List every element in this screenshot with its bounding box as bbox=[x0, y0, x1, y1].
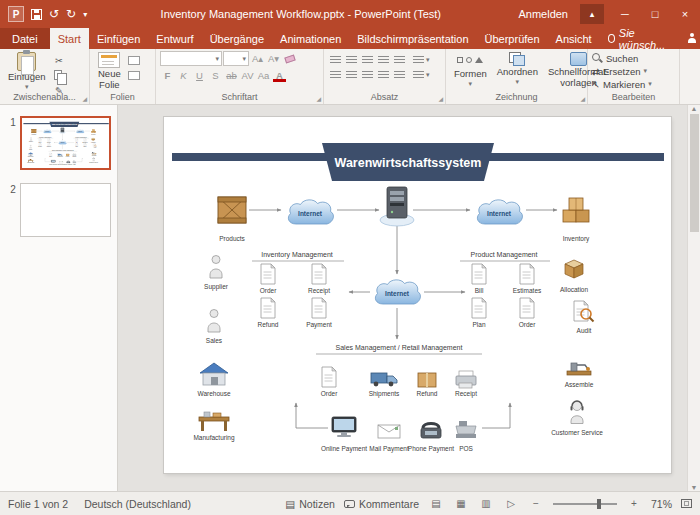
receipt-doc-icon[interactable] bbox=[312, 264, 326, 284]
estimates-label[interactable]: Estimates bbox=[513, 287, 542, 294]
font-color-button[interactable]: A bbox=[272, 68, 287, 82]
bill-doc-icon[interactable] bbox=[472, 264, 486, 284]
customer-service-label[interactable]: Customer Service bbox=[551, 429, 603, 436]
refund2-icon[interactable] bbox=[418, 373, 436, 387]
tab-ueberpruefen[interactable]: Überprüfen bbox=[477, 28, 548, 49]
product-management-header[interactable]: Product Management bbox=[471, 251, 538, 259]
reset-slide-button[interactable] bbox=[127, 68, 142, 82]
notes-toggle[interactable]: ▤ Notizen bbox=[285, 498, 335, 510]
paragraph-dialog-launcher[interactable]: ◢ bbox=[438, 95, 443, 102]
customize-qat-chevron-icon[interactable]: ▾ bbox=[83, 10, 87, 19]
online-payment-label[interactable]: Online Payment bbox=[321, 445, 367, 453]
zoom-percentage[interactable]: 71% bbox=[651, 498, 672, 510]
order3-label[interactable]: Order bbox=[321, 390, 338, 397]
audit-label[interactable]: Audit bbox=[577, 327, 592, 334]
shipments-label[interactable]: Shipments bbox=[369, 390, 400, 398]
receipt-label[interactable]: Receipt bbox=[308, 287, 330, 295]
italic-button[interactable]: K bbox=[176, 68, 191, 82]
allocation-label[interactable]: Allocation bbox=[560, 286, 589, 293]
slide-2-thumbnail[interactable] bbox=[20, 183, 111, 237]
slideshow-button[interactable]: ▷ bbox=[503, 496, 519, 512]
slide-1[interactable]: Warenwirtschaftssystem bbox=[164, 117, 671, 473]
columns-button[interactable] bbox=[392, 68, 407, 82]
tab-datei[interactable]: Datei bbox=[0, 28, 50, 49]
shrink-font-button[interactable]: A▾ bbox=[266, 52, 281, 66]
order3-doc-icon[interactable] bbox=[322, 367, 336, 387]
align-text-button[interactable]: ▾ bbox=[411, 68, 432, 82]
text-shadow-button[interactable]: S bbox=[208, 68, 223, 82]
products-label[interactable]: Products bbox=[219, 235, 245, 242]
internet-label-3[interactable]: Internet bbox=[385, 290, 410, 297]
payment-label[interactable]: Payment bbox=[306, 321, 332, 329]
clear-formatting-button[interactable] bbox=[282, 52, 297, 66]
zoom-out-button[interactable]: − bbox=[528, 496, 544, 512]
plan-doc-icon[interactable] bbox=[472, 298, 486, 318]
internet-label-2[interactable]: Internet bbox=[487, 210, 512, 217]
refund2-label[interactable]: Refund bbox=[417, 390, 438, 397]
internet-label-1[interactable]: Internet bbox=[298, 210, 323, 217]
copy-button[interactable] bbox=[52, 68, 67, 82]
scroll-up-icon[interactable]: ▲ bbox=[691, 105, 698, 112]
scrollbar-thumb[interactable] bbox=[690, 114, 699, 232]
vertical-scrollbar[interactable]: ▲ ▼ bbox=[687, 105, 700, 491]
strikethrough-button[interactable]: ab bbox=[224, 68, 239, 82]
mail-payment-icon[interactable] bbox=[378, 425, 400, 438]
tell-me-box[interactable]: Sie wünsch... bbox=[600, 28, 675, 49]
character-spacing-button[interactable]: AV bbox=[240, 68, 255, 82]
manufacturing-label[interactable]: Manufacturing bbox=[193, 434, 235, 442]
shapes-button[interactable]: Formen ▾ bbox=[450, 51, 491, 91]
paste-button[interactable]: Einfügen ▾ bbox=[4, 51, 50, 91]
estimates-doc-icon[interactable] bbox=[520, 264, 534, 284]
slide-canvas[interactable]: Warenwirtschaftssystem bbox=[118, 105, 687, 491]
normal-view-button[interactable]: ▤ bbox=[428, 496, 444, 512]
sales-management-header[interactable]: Sales Management / Retail Management bbox=[336, 344, 463, 352]
grow-font-button[interactable]: A▴ bbox=[250, 52, 265, 66]
find-button[interactable]: Suchen bbox=[592, 52, 638, 64]
refund-doc-icon[interactable] bbox=[261, 298, 275, 318]
sales-label[interactable]: Sales bbox=[206, 337, 223, 344]
justify-button[interactable] bbox=[376, 68, 391, 82]
tab-start[interactable]: Start bbox=[50, 28, 89, 49]
replace-button[interactable]: ⇄ Ersetzen ▾ bbox=[592, 65, 647, 77]
zoom-slider-thumb[interactable] bbox=[597, 499, 601, 509]
slide-1-thumbnail[interactable] bbox=[20, 116, 111, 170]
tab-ansicht[interactable]: Ansicht bbox=[548, 28, 600, 49]
font-dialog-launcher[interactable]: ◢ bbox=[316, 95, 321, 102]
powerpoint-app-icon[interactable]: P bbox=[8, 6, 24, 22]
zoom-slider[interactable] bbox=[553, 503, 617, 505]
close-button[interactable]: × bbox=[670, 0, 700, 28]
undo-icon[interactable]: ↺ bbox=[49, 8, 59, 20]
tab-uebergaenge[interactable]: Übergänge bbox=[202, 28, 272, 49]
font-size-combo[interactable]: ▾ bbox=[223, 51, 249, 66]
connector-arrows[interactable] bbox=[249, 210, 557, 428]
phone-payment-label[interactable]: Phone Payment bbox=[408, 445, 454, 453]
line-spacing-button[interactable] bbox=[392, 53, 407, 67]
inventory-label[interactable]: Inventory bbox=[563, 235, 590, 243]
supplier-icon[interactable] bbox=[210, 256, 222, 279]
zoom-in-button[interactable]: + bbox=[626, 496, 642, 512]
allocation-icon[interactable] bbox=[565, 260, 583, 278]
mail-payment-label[interactable]: Mail Payment bbox=[369, 445, 409, 453]
inventory-icon[interactable] bbox=[563, 198, 589, 222]
layout-button[interactable] bbox=[127, 53, 142, 67]
receipt2-icon[interactable] bbox=[456, 371, 476, 388]
select-button[interactable]: ↖ Markieren ▾ bbox=[592, 78, 652, 90]
manufacturing-icon[interactable] bbox=[199, 412, 229, 431]
server-icon[interactable] bbox=[380, 187, 414, 226]
ribbon-display-options-button[interactable]: ▴ bbox=[580, 4, 604, 24]
align-left-button[interactable] bbox=[328, 68, 343, 82]
order-doc-icon[interactable] bbox=[261, 264, 275, 284]
warehouse-label[interactable]: Warehouse bbox=[198, 390, 231, 397]
tab-bildschirmpraesentation[interactable]: Bildschirmpräsentation bbox=[349, 28, 476, 49]
minimize-button[interactable]: ─ bbox=[610, 0, 640, 28]
supplier-label[interactable]: Supplier bbox=[204, 283, 229, 291]
pos-icon[interactable] bbox=[456, 421, 476, 438]
tab-entwurf[interactable]: Entwurf bbox=[148, 28, 201, 49]
bullets-button[interactable] bbox=[328, 53, 343, 67]
tab-animationen[interactable]: Animationen bbox=[272, 28, 349, 49]
customer-service-icon[interactable] bbox=[571, 401, 584, 424]
payment-doc-icon[interactable] bbox=[312, 298, 326, 318]
order2-doc-icon[interactable] bbox=[520, 298, 534, 318]
shipments-icon[interactable] bbox=[371, 373, 397, 386]
decrease-indent-button[interactable] bbox=[360, 53, 375, 67]
